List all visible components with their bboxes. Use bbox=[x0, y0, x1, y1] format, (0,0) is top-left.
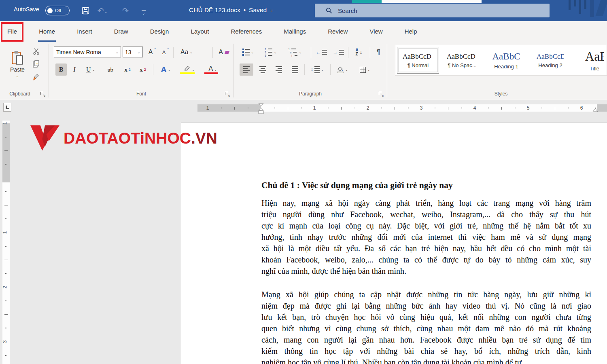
change-case-button[interactable]: Aa ⌄ bbox=[176, 47, 197, 58]
search-input[interactable]: Search bbox=[315, 4, 550, 17]
text-effects-button[interactable]: A ⌄ bbox=[156, 63, 176, 76]
ruler-number: 5 bbox=[527, 105, 530, 111]
borders-button[interactable]: ⌄ bbox=[354, 63, 376, 76]
tab-review[interactable]: Review bbox=[327, 21, 348, 42]
ruler-tick bbox=[274, 108, 275, 108]
strikethrough-button[interactable]: ab bbox=[102, 63, 119, 76]
autosave-toggle[interactable]: Off bbox=[45, 6, 70, 15]
style-heading-1[interactable]: AaBbCHeading 1 bbox=[485, 47, 527, 74]
font-color-button[interactable]: A ⌄ bbox=[202, 63, 223, 76]
brand-v-icon bbox=[30, 125, 60, 152]
numbering-button[interactable]: 1 2 3 ⌄ bbox=[261, 47, 281, 58]
indent-markers-icon[interactable] bbox=[258, 103, 264, 115]
redo-icon: ↷ bbox=[122, 6, 129, 15]
underline-button[interactable]: U ⌄ bbox=[81, 63, 100, 76]
multilevel-list-button[interactable]: 1 a i ⌄ bbox=[284, 47, 306, 58]
ruler-text-area bbox=[261, 104, 597, 112]
tab-design[interactable]: Design bbox=[149, 21, 170, 42]
style--no-spac-[interactable]: AaBbCcD¶ No Spac... bbox=[441, 47, 483, 74]
vertical-ruler[interactable]: 1123 bbox=[2, 121, 10, 364]
font-name-combobox[interactable]: Times New Roma ⌄ bbox=[54, 47, 121, 57]
tab-view[interactable]: View bbox=[369, 21, 383, 42]
style--normal[interactable]: AaBbCcD¶ Normal bbox=[397, 47, 439, 74]
bullets-button[interactable]: ⌄ bbox=[239, 47, 257, 58]
shrink-font-button[interactable]: A ˇ bbox=[159, 47, 172, 58]
copy-button[interactable] bbox=[31, 59, 41, 69]
cut-button[interactable] bbox=[31, 46, 41, 56]
font-size-combobox[interactable]: 13 ⌄ bbox=[123, 47, 143, 57]
ruler-tick bbox=[501, 107, 502, 110]
bold-button[interactable]: B bbox=[55, 63, 67, 76]
sort-button[interactable]: A Z ↓ bbox=[350, 47, 367, 58]
ruler-tick bbox=[5, 246, 6, 247]
tab-references[interactable]: References bbox=[230, 21, 263, 42]
document-text: Chủ đề 1 : Việc sử dụng mạng của giới tr… bbox=[261, 180, 591, 364]
group-divider bbox=[387, 44, 387, 97]
pilcrow-icon: ¶ bbox=[376, 48, 380, 56]
subscript-button[interactable]: x2 bbox=[121, 63, 134, 76]
button-divider bbox=[348, 47, 348, 58]
paste-label: Paste bbox=[10, 66, 25, 73]
ruler-tick bbox=[395, 107, 395, 110]
horizontal-ruler[interactable]: 1123456 bbox=[197, 104, 607, 112]
tab-home[interactable]: Home bbox=[38, 21, 56, 42]
document-page[interactable]: Chủ đề 1 : Việc sử dụng mạng của giới tr… bbox=[181, 122, 607, 364]
search-placeholder: Search bbox=[338, 7, 357, 14]
ruler-tick bbox=[515, 108, 516, 108]
strikethrough-icon: ab bbox=[108, 66, 113, 73]
ruler-tick bbox=[5, 137, 6, 138]
paragraph-1: Hiện nay, mạng xã hội ngày càng phát tri… bbox=[261, 197, 591, 277]
tab-mailings[interactable]: Mailings bbox=[283, 21, 307, 42]
paste-button[interactable]: Paste ⌄ bbox=[6, 45, 29, 84]
tab-help[interactable]: Help bbox=[404, 21, 418, 42]
ruler-tick bbox=[5, 355, 6, 356]
right-indent-marker-icon[interactable] bbox=[592, 108, 598, 112]
increase-indent-button[interactable]: → bbox=[331, 47, 346, 58]
tab-file[interactable]: File bbox=[6, 21, 18, 42]
format-painter-button[interactable] bbox=[31, 72, 41, 82]
button-divider bbox=[311, 47, 311, 58]
watermark-text: DAOTAOTiNHOC.VN bbox=[64, 129, 217, 147]
ruler-number: 1 bbox=[206, 105, 209, 111]
screen-artifact-bar bbox=[584, 0, 586, 9]
tab-layout[interactable]: Layout bbox=[190, 21, 210, 42]
customize-quick-access-button[interactable]: ⌄ bbox=[138, 6, 150, 18]
shrink-font-icon: A bbox=[162, 49, 166, 55]
tab-stop-selector[interactable] bbox=[3, 103, 11, 112]
bullets-icon bbox=[242, 49, 250, 56]
align-center-button[interactable] bbox=[256, 63, 270, 76]
italic-button[interactable]: I bbox=[69, 63, 80, 76]
style-heading-2[interactable]: AaBbCcDHeading 2 bbox=[529, 47, 571, 74]
grow-font-button[interactable]: A ˆ bbox=[146, 47, 159, 58]
justify-button[interactable] bbox=[288, 63, 302, 76]
font-dialog-launcher[interactable] bbox=[225, 92, 230, 97]
ruler-number: 1 bbox=[313, 105, 316, 111]
grow-font-icon: A bbox=[149, 49, 153, 56]
document-area: 1123 Chủ đề 1 : Việc sử dụng mạng của gi… bbox=[0, 117, 607, 364]
tab-insert[interactable]: Insert bbox=[76, 21, 93, 42]
ruler-tick bbox=[4, 150, 8, 151]
decrease-indent-button[interactable]: ← bbox=[314, 47, 329, 58]
shading-button[interactable]: ⌄ bbox=[333, 63, 352, 76]
tab-draw[interactable]: Draw bbox=[113, 21, 129, 42]
line-spacing-button[interactable]: ↕ ⌄ bbox=[307, 63, 328, 76]
style-title[interactable]: AaBTitle bbox=[573, 47, 607, 74]
show-formatting-marks-button[interactable]: ¶ bbox=[371, 47, 385, 58]
undo-button[interactable]: ↶ ⌄ bbox=[96, 5, 108, 16]
clear-formatting-button[interactable]: A bbox=[216, 47, 232, 58]
paragraph-dialog-launcher[interactable] bbox=[379, 92, 384, 97]
align-left-button[interactable] bbox=[240, 63, 253, 76]
screen-artifact-teal-strip bbox=[352, 0, 382, 3]
superscript-button[interactable]: x2 bbox=[136, 63, 150, 76]
ruler-tick bbox=[4, 260, 8, 260]
text-highlight-button[interactable]: ⌄ bbox=[178, 63, 200, 76]
style-label: Title bbox=[590, 66, 599, 72]
font-size-chevron-icon: ⌄ bbox=[137, 50, 140, 54]
text-line: xã hội là một điều tất yếu. Đa số các bạ… bbox=[261, 243, 591, 254]
highlighter-icon bbox=[183, 66, 191, 71]
align-right-button[interactable] bbox=[272, 63, 286, 76]
document-title[interactable]: CHỦ ĐỀ 123.docx • Saved ∨ bbox=[189, 6, 273, 14]
redo-button[interactable]: ↷ bbox=[119, 5, 132, 16]
clipboard-dialog-launcher[interactable] bbox=[40, 92, 45, 97]
save-button[interactable] bbox=[79, 5, 91, 16]
